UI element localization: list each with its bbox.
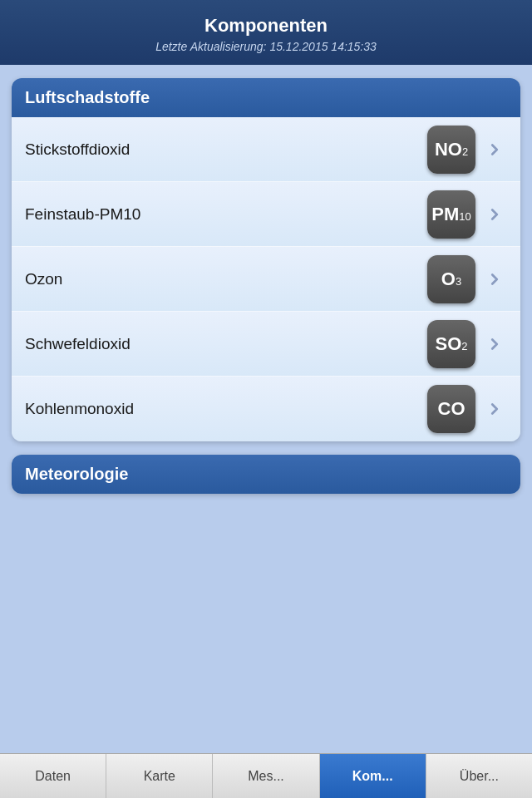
- item-label-co: Kohlenmonoxid: [25, 400, 134, 418]
- page-title: Komponenten: [17, 15, 515, 37]
- chevron-o3: [482, 267, 507, 292]
- last-update: Letzte Aktualisierung: 15.12.2015 14:15:…: [17, 40, 515, 53]
- tab-kom[interactable]: Kom...: [320, 754, 426, 798]
- chevron-co: [482, 397, 507, 421]
- chevron-right-icon: [485, 335, 504, 353]
- chem-badge-no2: NO2: [427, 126, 475, 174]
- list-item-no2[interactable]: StickstoffdioxidNO2: [12, 117, 520, 182]
- item-label-so2: Schwefeldioxid: [25, 335, 131, 353]
- list-item-so2[interactable]: SchwefeldioxidSO2: [12, 312, 520, 377]
- item-right-co: CO: [427, 385, 507, 433]
- tab-karte[interactable]: Karte: [106, 754, 213, 798]
- section-meteorologie: Meteorologie: [12, 455, 520, 494]
- list-item-co[interactable]: KohlenmonoxidCO: [12, 377, 520, 441]
- section-luftschadstoffe: LuftschadstoffeStickstoffdioxidNO2Feinst…: [12, 78, 520, 441]
- chem-formula-o3: O3: [441, 270, 461, 288]
- section-header-luftschadstoffe: Luftschadstoffe: [12, 78, 520, 117]
- section-header-meteorologie: Meteorologie: [12, 455, 520, 494]
- section-title-meteorologie: Meteorologie: [25, 465, 507, 484]
- item-label-pm10: Feinstaub-PM10: [25, 205, 140, 224]
- main-content: LuftschadstoffeStickstoffdioxidNO2Feinst…: [0, 65, 532, 753]
- tab-daten[interactable]: Daten: [0, 754, 106, 798]
- item-right-o3: O3: [427, 255, 507, 303]
- tab-ueber[interactable]: Über...: [426, 754, 532, 798]
- chem-badge-o3: O3: [427, 255, 475, 303]
- chevron-right-icon: [485, 400, 504, 418]
- item-label-no2: Stickstoffdioxid: [25, 140, 130, 159]
- chem-badge-pm10: PM10: [427, 190, 475, 239]
- list-item-o3[interactable]: OzonO3: [12, 247, 520, 312]
- chevron-right-icon: [485, 270, 504, 288]
- item-right-no2: NO2: [427, 126, 507, 174]
- chem-formula-co: CO: [438, 400, 466, 418]
- item-right-so2: SO2: [427, 320, 507, 368]
- chevron-so2: [482, 332, 507, 357]
- chem-badge-co: CO: [427, 385, 475, 433]
- chevron-pm10: [482, 202, 507, 227]
- item-right-pm10: PM10: [427, 190, 507, 239]
- tab-bar: DatenKarteMes...Kom...Über...: [0, 753, 532, 798]
- tab-mes[interactable]: Mes...: [213, 754, 319, 798]
- chevron-right-icon: [485, 140, 504, 159]
- header: Komponenten Letzte Aktualisierung: 15.12…: [0, 0, 532, 65]
- chevron-no2: [482, 137, 507, 162]
- chem-formula-so2: SO2: [435, 335, 467, 353]
- chem-badge-so2: SO2: [427, 320, 475, 368]
- chem-formula-no2: NO2: [435, 140, 468, 159]
- item-label-o3: Ozon: [25, 270, 62, 288]
- chem-formula-pm10: PM10: [431, 205, 470, 224]
- list-item-pm10[interactable]: Feinstaub-PM10PM10: [12, 182, 520, 247]
- chevron-right-icon: [485, 205, 504, 224]
- section-title-luftschadstoffe: Luftschadstoffe: [25, 88, 507, 107]
